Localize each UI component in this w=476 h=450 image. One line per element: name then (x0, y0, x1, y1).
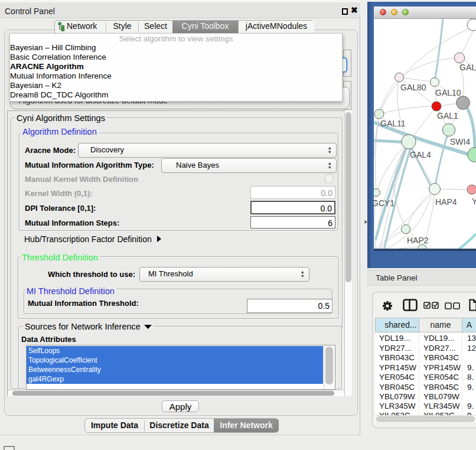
svg-text:GAL7: GAL7 (459, 63, 476, 72)
svg-text:Y: Y (472, 197, 476, 206)
svg-text:HAP2: HAP2 (407, 236, 429, 245)
svg-text:GAL1: GAL1 (437, 111, 458, 120)
svg-text:GCY1: GCY1 (374, 198, 395, 208)
svg-text:GAL10: GAL10 (435, 88, 461, 97)
svg-text:SWI4: SWI4 (450, 137, 470, 146)
svg-text:GAL11: GAL11 (380, 119, 406, 128)
svg-text:HAP4: HAP4 (435, 197, 457, 207)
svg-text:GAL80: GAL80 (400, 83, 426, 92)
svg-text:GAL4: GAL4 (410, 150, 431, 159)
